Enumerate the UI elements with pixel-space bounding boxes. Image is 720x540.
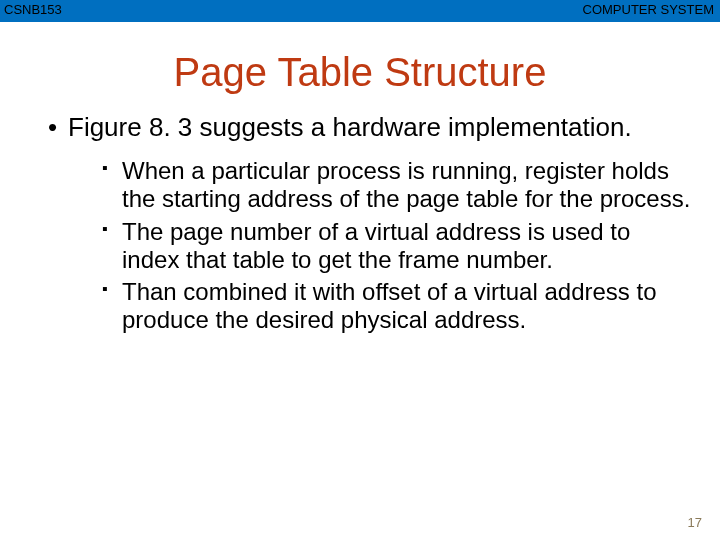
slide-title: Page Table Structure	[0, 50, 720, 95]
slide-content: Figure 8. 3 suggests a hardware implemen…	[0, 113, 720, 335]
bullet-main-text: Figure 8. 3 suggests a hardware implemen…	[68, 112, 632, 142]
course-code: CSNB153	[4, 2, 62, 17]
bullet-sub-1: When a particular process is running, re…	[102, 157, 692, 214]
page-number: 17	[688, 515, 702, 530]
bullet-main: Figure 8. 3 suggests a hardware implemen…	[48, 113, 692, 335]
bullet-sub-2: The page number of a virtual address is …	[102, 218, 692, 275]
header-bar: CSNB153 COMPUTER SYSTEM	[0, 0, 720, 22]
course-name: COMPUTER SYSTEM	[583, 2, 714, 17]
bullet-sub-3: Than combined it with offset of a virtua…	[102, 278, 692, 335]
